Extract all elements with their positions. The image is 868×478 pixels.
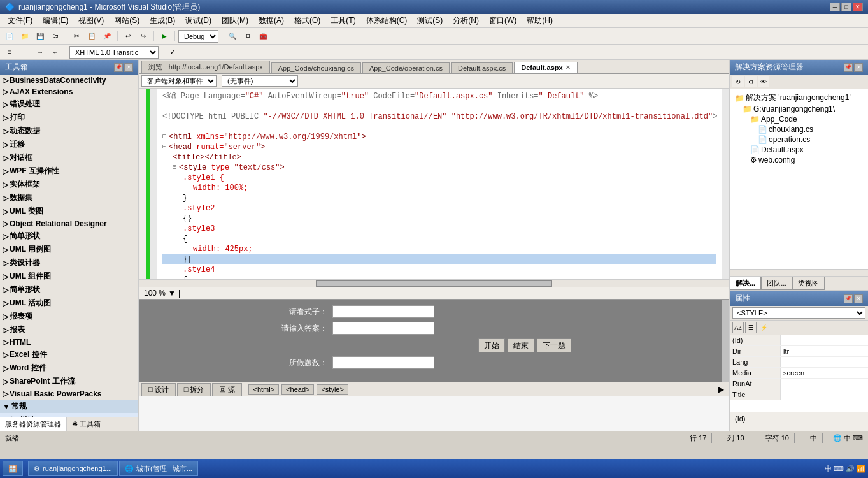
count-input[interactable]: [332, 356, 434, 369]
design-preview-scrollbar[interactable]: [722, 300, 729, 382]
cut-button[interactable]: ✂: [69, 30, 83, 43]
horizontal-scrollbar[interactable]: [139, 279, 729, 287]
formula-input[interactable]: [332, 305, 434, 318]
event-dropdown[interactable]: (无事件): [222, 75, 298, 87]
minimize-button[interactable]: ─: [830, 3, 840, 11]
toolbox-section-orm[interactable]: ▷Object Relational Designer: [0, 218, 138, 229]
right-tab-classview[interactable]: 类视图: [792, 277, 825, 290]
props-dir-value[interactable]: ltr: [781, 346, 868, 356]
toolbox-section-dataset[interactable]: ▷数据集: [0, 191, 138, 205]
html-tag-style[interactable]: <style>: [317, 384, 348, 395]
toolbox-section-businessdata[interactable]: ▷BusinessDataConnectivity: [0, 75, 138, 86]
toolbox-section-umlactivity[interactable]: ▷UML 活动图: [0, 296, 138, 310]
open-file-button[interactable]: 📁: [18, 30, 32, 43]
props-sort-cat-button[interactable]: ☰: [745, 322, 757, 333]
paste-button[interactable]: 📌: [100, 30, 114, 43]
toolbox-tab[interactable]: ✱ 工具箱: [67, 417, 106, 431]
toolbox-section-umlcomponent[interactable]: ▷UML 组件图: [0, 270, 138, 283]
menu-data[interactable]: 数据(A): [253, 14, 289, 27]
menu-help[interactable]: 帮助(H): [522, 14, 558, 27]
solution-show-all-button[interactable]: 👁: [758, 76, 769, 87]
right-tab-team[interactable]: 团队...: [761, 277, 792, 290]
start-debug-button[interactable]: ▶: [157, 30, 171, 43]
menu-window[interactable]: 窗口(W): [484, 14, 522, 27]
end-button[interactable]: 结束: [508, 338, 534, 352]
toolbox-section-simpleshape1[interactable]: ▷简单形状: [0, 229, 138, 243]
server-explorer-tab[interactable]: 服务器资源管理器: [0, 417, 67, 431]
toolbox-pin-button[interactable]: 📌: [114, 63, 123, 72]
view-tab-right-btn[interactable]: ▶: [718, 385, 729, 394]
toolbox-section-dialog[interactable]: ▷对话框: [0, 151, 138, 164]
code-content[interactable]: <%@ Page Language="C#" AutoEventWireup="…: [157, 89, 722, 279]
toolbox-section-dynamic[interactable]: ▷动态数据: [0, 124, 138, 138]
view-tab-source[interactable]: 回 源: [212, 383, 242, 396]
toolbox-section-umlusecase[interactable]: ▷UML 用例图: [0, 243, 138, 256]
props-pin-button[interactable]: 📌: [844, 294, 853, 303]
start-button[interactable]: 开始: [478, 338, 505, 352]
menu-debug[interactable]: 调试(D): [180, 14, 217, 27]
props-event-button[interactable]: ⚡: [758, 322, 769, 333]
tab-chouxiang[interactable]: App_Code/chouxiang.cs: [271, 62, 361, 73]
solution-properties-button[interactable]: ⚙: [745, 76, 757, 87]
props-sort-alpha-button[interactable]: AZ: [732, 322, 744, 333]
props-id-value[interactable]: [781, 335, 868, 345]
view-tab-design[interactable]: □ 设计: [141, 383, 176, 396]
taskbar-browser-button[interactable]: 🌐 城市(管理_ 城市...: [119, 461, 198, 476]
tree-project[interactable]: 📁 G:\ruanjiangongcheng1\: [740, 104, 865, 114]
html-tag-html[interactable]: <html>: [248, 384, 279, 395]
menu-file[interactable]: 文件(F): [3, 14, 38, 27]
tab-browser[interactable]: 浏览 - http://local...eng1/Default.aspx: [141, 61, 270, 73]
toolbox-section-wpf[interactable]: ▷WPF 互操作性: [0, 164, 138, 178]
html-tag-head[interactable]: <head>: [281, 384, 314, 395]
title-bar-controls[interactable]: ─ □ ✕: [830, 3, 863, 11]
toolbox-section-report[interactable]: ▷报表: [0, 323, 138, 337]
tab-operation[interactable]: App_Code/operation.cs: [362, 62, 450, 73]
redo-button[interactable]: ↪: [136, 30, 150, 43]
menu-analyze[interactable]: 分析(N): [448, 14, 484, 27]
new-file-button[interactable]: 📄: [3, 30, 17, 43]
maximize-button[interactable]: □: [841, 3, 851, 11]
tab-defaultcs[interactable]: Default.aspx.cs: [451, 62, 513, 73]
toolbox-section-html[interactable]: ▷HTML: [0, 337, 138, 348]
toolbox-header-buttons[interactable]: 📌 ✕: [114, 63, 133, 72]
validate-button[interactable]: ✓: [166, 46, 180, 59]
toolbox-section-classdesigner[interactable]: ▷类设计器: [0, 256, 138, 270]
toolbox-section-print[interactable]: ▷打印: [0, 111, 138, 124]
save-button[interactable]: 💾: [33, 30, 47, 43]
menu-build[interactable]: 生成(B): [145, 14, 180, 27]
xhtml-mode-dropdown[interactable]: XHTML 1.0 Transitic: [69, 46, 159, 59]
object-dropdown[interactable]: 客户端对象和事件: [141, 75, 217, 87]
toolbox-section-word[interactable]: ▷Word 控件: [0, 361, 138, 375]
align-left-button[interactable]: ≡: [3, 46, 17, 59]
solution-close-button[interactable]: ✕: [854, 63, 863, 72]
toolbox-section-reportitem[interactable]: ▷报表项: [0, 310, 138, 323]
align-center-button[interactable]: ☰: [18, 46, 32, 59]
right-tab-solution[interactable]: 解决...: [730, 277, 761, 290]
undo-button[interactable]: ↩: [121, 30, 135, 43]
scrollbar-thumb[interactable]: [316, 280, 552, 287]
toolbox-section-excel[interactable]: ▷Excel 控件: [0, 348, 138, 361]
toolbox-section-simpleshape2[interactable]: ▷简单形状: [0, 283, 138, 296]
close-button[interactable]: ✕: [853, 3, 863, 11]
tree-webconfig[interactable]: ⚙ web.config: [748, 155, 865, 165]
props-lang-value[interactable]: [781, 357, 868, 367]
menu-test[interactable]: 测试(S): [412, 14, 448, 27]
next-button[interactable]: 下一题: [537, 338, 571, 352]
right-scrollbar[interactable]: [722, 89, 729, 279]
menu-edit[interactable]: 编辑(E): [38, 14, 73, 27]
toolbox-section-migrate[interactable]: ▷迁移: [0, 138, 138, 151]
toolbox-section-error[interactable]: ▷错误处理: [0, 98, 138, 111]
solution-explorer-button[interactable]: 🔍: [225, 30, 239, 43]
props-runat-value[interactable]: [781, 379, 868, 389]
toolbox-section-vbpowerpacks[interactable]: ▷Visual Basic PowerPacks: [0, 388, 138, 400]
toolbox-section-ajax[interactable]: ▷AJAX Extensions: [0, 86, 138, 98]
properties-button[interactable]: ⚙: [241, 30, 255, 43]
zoom-slider[interactable]: |: [178, 289, 180, 298]
props-title-value[interactable]: [781, 389, 868, 400]
menu-website[interactable]: 网站(S): [109, 14, 145, 27]
right-header-buttons[interactable]: 📌 ✕: [844, 63, 863, 72]
tab-defaultaspx[interactable]: Default.aspx ✕: [514, 62, 577, 73]
toolbox-section-general[interactable]: ▼常规: [0, 400, 138, 413]
debug-mode-dropdown[interactable]: Debug: [178, 30, 218, 43]
tab-close-icon[interactable]: ✕: [566, 64, 571, 71]
